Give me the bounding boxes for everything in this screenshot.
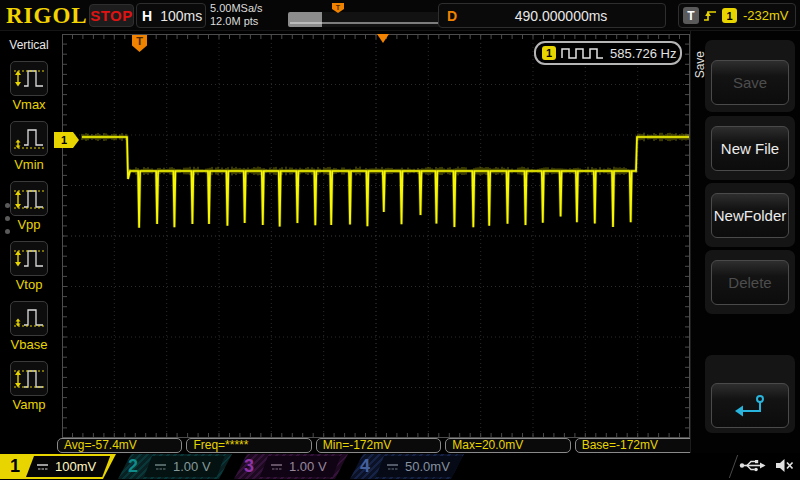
- oscilloscope-screen: RIGOL STOP H 100ms 5.00MSa/s 12.0M pts T…: [0, 0, 800, 480]
- measurement-avg: Avg=-57.4mV: [57, 438, 182, 453]
- freq-counter-channel-badge: 1: [542, 46, 556, 60]
- vertical-measure-sidebar: Vertical Vmax: [0, 31, 58, 453]
- trigger-delay-box: D 490.000000ms: [438, 3, 666, 28]
- sidebar-item-vmin[interactable]: Vmin: [0, 121, 58, 172]
- channel2-coupling-icon: [154, 462, 167, 472]
- sidebar-title: Vertical: [0, 38, 58, 52]
- run-state-badge[interactable]: STOP: [89, 4, 134, 27]
- channel1-coupling-icon: [36, 462, 49, 472]
- vtop-icon: [12, 245, 46, 273]
- channel1-number: 1: [10, 456, 20, 477]
- vpp-button[interactable]: [10, 181, 48, 216]
- sidebar-page-dots: [5, 203, 10, 234]
- channel3-badge[interactable]: 3 1.00 V: [234, 454, 348, 479]
- vmax-label: Vmax: [12, 97, 45, 112]
- vpp-icon: [12, 185, 46, 213]
- measurement-readout-row: Avg=-57.4mV Freq=***** Min=-172mV Max=20…: [57, 438, 700, 453]
- vtop-label: Vtop: [16, 277, 43, 292]
- measurement-max: Max=20.0mV: [445, 438, 570, 453]
- sample-rate: 5.00MSa/s: [210, 2, 263, 15]
- vbase-label: Vbase: [11, 337, 48, 352]
- trigger-source-badge: 1: [722, 8, 737, 23]
- memory-center-marker: [377, 34, 389, 43]
- speaker-mute-icon: [775, 458, 794, 473]
- channel2-number: 2: [128, 456, 138, 477]
- trigger-status-box: T 1 -232mV: [678, 3, 796, 28]
- measurement-base: Base=-172mV: [575, 438, 700, 453]
- statusbar-divider: [729, 455, 738, 478]
- vamp-label: Vamp: [13, 397, 46, 412]
- run-state-label: STOP: [90, 7, 133, 24]
- sidebar-item-vtop[interactable]: Vtop: [0, 241, 58, 292]
- acquisition-info: 5.00MSa/s 12.0M pts: [210, 2, 263, 28]
- usb-icon: [739, 458, 767, 473]
- channel4-coupling-icon: [386, 462, 399, 472]
- square-wave-icon: [561, 46, 605, 60]
- vbase-icon: [12, 305, 46, 333]
- new-folder-button[interactable]: NewFolder: [711, 193, 789, 238]
- channel-status-bar: 1 100mV 2 1.00 V: [0, 453, 800, 480]
- delete-button[interactable]: Delete: [711, 260, 789, 305]
- horizontal-timebase-box: H 100ms: [136, 3, 206, 28]
- channel3-number: 3: [244, 456, 254, 477]
- vamp-button[interactable]: [10, 361, 48, 396]
- sidebar-item-vbase[interactable]: Vbase: [0, 301, 58, 352]
- sidebar-item-vmax[interactable]: Vmax: [0, 61, 58, 112]
- timebase-value: 100ms: [160, 8, 202, 24]
- freq-counter-value: 585.726 Hz: [610, 46, 677, 61]
- return-arrow-icon: [730, 393, 770, 419]
- trigger-delay-value: 490.000000ms: [515, 8, 608, 24]
- vbase-button[interactable]: [10, 301, 48, 336]
- t-label: T: [683, 7, 699, 24]
- channel1-scale: 100mV: [55, 459, 96, 474]
- channel4-scale: 50.0mV: [405, 459, 450, 474]
- channel2-scale: 1.00 V: [173, 459, 211, 474]
- channel3-scale: 1.00 V: [289, 459, 327, 474]
- trigger-level-value: -232mV: [743, 8, 789, 23]
- sidebar-item-vamp[interactable]: Vamp: [0, 361, 58, 412]
- vmax-button[interactable]: [10, 61, 48, 96]
- channel2-badge[interactable]: 2 1.00 V: [118, 454, 232, 479]
- channel4-number: 4: [360, 456, 370, 477]
- trigger-slope-icon: [703, 8, 718, 23]
- vmin-label: Vmin: [14, 157, 44, 172]
- d-label: D: [447, 8, 457, 24]
- back-button[interactable]: [711, 383, 789, 428]
- vmin-icon: [12, 125, 46, 153]
- channel3-coupling-icon: [270, 462, 283, 472]
- h-label: H: [142, 8, 152, 24]
- measurement-freq: Freq=*****: [186, 438, 311, 453]
- frequency-counter: 1 585.726 Hz: [534, 41, 682, 65]
- softkey-menu: Save Save New File NewFolder Delete: [690, 31, 800, 453]
- save-button[interactable]: Save: [711, 60, 789, 105]
- channel1-badge[interactable]: 1 100mV: [0, 454, 116, 479]
- waveform-display-area: T 1 585.726 Hz: [62, 34, 690, 438]
- brand-logo: RIGOL: [6, 3, 88, 29]
- top-status-bar: RIGOL STOP H 100ms 5.00MSa/s 12.0M pts T…: [0, 0, 800, 31]
- vamp-icon: [12, 365, 46, 393]
- vtop-button[interactable]: [10, 241, 48, 276]
- vmax-icon: [12, 65, 46, 93]
- memory-depth: 12.0M pts: [210, 15, 263, 28]
- new-file-button[interactable]: New File: [711, 126, 789, 171]
- measurement-min: Min=-172mV: [316, 438, 441, 453]
- channel4-badge[interactable]: 4 50.0mV: [350, 454, 464, 479]
- graticule: [62, 34, 690, 438]
- svg-text:T: T: [336, 4, 341, 11]
- vpp-label: Vpp: [17, 217, 40, 232]
- vmin-button[interactable]: [10, 121, 48, 156]
